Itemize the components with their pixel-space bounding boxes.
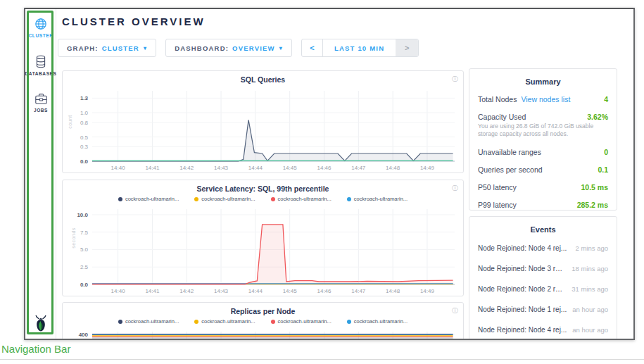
x-tick-label: 14:47 [351, 288, 366, 294]
sql-queries-plot[interactable]: 1.31.00.80.50.30.014:4014:4114:4214:4314… [63, 85, 463, 172]
summary-label: P50 latency [478, 183, 517, 192]
legend-dot-icon [347, 197, 351, 201]
summary-label: Total Nodes [478, 95, 517, 103]
graph-dropdown-value: CLUSTER [102, 44, 139, 52]
globe-icon [34, 18, 47, 30]
x-tick-label: 14:44 [248, 288, 263, 294]
summary-panel: Summary Total Nodes View nodes list 4 Ca… [469, 68, 617, 211]
replicas-plot[interactable]: 40014:4014:4114:4214:4314:4414:4514:4614… [63, 326, 463, 340]
legend-item[interactable]: cockroach-ultramarin... [347, 196, 408, 202]
legend-label: cockroach-ultramarin... [354, 196, 408, 202]
y-tick-label: 7.5 [80, 230, 89, 236]
legend-item[interactable]: cockroach-ultramarin... [271, 318, 332, 325]
x-tick-label: 14:47 [351, 165, 366, 171]
chevron-down-icon: ▾ [279, 45, 283, 51]
legend-item[interactable]: cockroach-ultramarin... [194, 196, 255, 202]
event-time: an hour ago [567, 326, 608, 334]
event-time: 31 mins ago [566, 285, 608, 293]
sidebar-item-label: DATABASES [25, 71, 57, 76]
legend-dot-icon [118, 197, 122, 201]
sidebar-item-cluster[interactable]: CLUSTER [25, 18, 56, 38]
summary-label: Queries per second [478, 165, 543, 174]
summary-row-p50: P50 latency 10.5 ms [469, 178, 617, 196]
summary-row-p99: P99 latency 285.2 ms [469, 196, 617, 211]
capacity-note: You are using 26.8 GiB of 742.0 GiB usab… [469, 123, 617, 144]
service-latency-plot[interactable]: 10.07.55.02.50.014:4014:4114:4214:4314:4… [63, 203, 463, 296]
y-tick-label: 1.0 [80, 110, 89, 116]
legend-label: cockroach-ultramarin... [278, 196, 332, 202]
node-4-area [92, 337, 453, 340]
x-tick-label: 14:49 [420, 165, 435, 171]
event-row: Node Rejoined: Node 1 rej... an hour ago [469, 299, 617, 320]
y-tick-label: 10.0 [77, 212, 88, 218]
x-tick-label: 14:44 [248, 165, 263, 171]
sidebar-item-label: JOBS [34, 108, 48, 113]
bottom-divider [0, 359, 644, 360]
event-text: Node Rejoined: Node 4 rej... [478, 326, 567, 334]
legend-item[interactable]: cockroach-ultramarin... [347, 318, 408, 325]
summary-value: 0.1 [598, 165, 608, 174]
time-range-label[interactable]: LAST 10 MIN [323, 39, 396, 56]
info-icon[interactable]: ⓘ [452, 306, 458, 315]
legend-item[interactable]: cockroach-ultramarin... [271, 196, 332, 202]
event-time: 2 mins ago [570, 244, 608, 252]
legend-label: cockroach-ultramarin... [201, 318, 255, 325]
summary-label: Capacity Used [478, 113, 526, 121]
event-text: Node Rejoined: Node 3 rej... [478, 265, 566, 272]
legend-label: cockroach-ultramarin... [354, 318, 408, 325]
legend-dot-icon [271, 320, 275, 324]
x-tick-label: 14:40 [111, 165, 126, 171]
legend-label: cockroach-ultramarin... [201, 196, 255, 202]
event-row: Node Rejoined: Node 4 rej... an hour ago [469, 320, 617, 340]
y-axis-label: seconds [71, 227, 76, 249]
chevron-down-icon: ▾ [144, 45, 147, 51]
legend-item[interactable]: cockroach-ultramarin... [194, 318, 255, 325]
sidebar-item-label: CLUSTER [29, 33, 53, 38]
cockroachdb-logo[interactable] [25, 315, 56, 333]
info-icon[interactable]: ⓘ [452, 184, 458, 193]
time-next-button[interactable]: > [396, 39, 418, 56]
time-prev-button[interactable]: < [302, 39, 323, 56]
info-icon[interactable]: ⓘ [452, 75, 458, 84]
event-text: Node Rejoined: Node 4 rej... [478, 244, 567, 252]
y-tick-label: 0.3 [80, 144, 89, 150]
annotated-screenshot: CLUSTER DATABASES [0, 0, 644, 364]
chart-sql-queries: SQL Queries ⓘ count 1.31.00.80.50.30.014… [62, 70, 464, 173]
dashboard-dropdown[interactable]: DASHBOARD: OVERVIEW ▾ [165, 39, 292, 57]
legend-item[interactable]: cockroach-ultramarin... [118, 318, 179, 325]
view-nodes-link[interactable]: View nodes list [521, 95, 570, 103]
event-row: Node Rejoined: Node 2 rej... 31 mins ago [469, 279, 617, 299]
legend-label: cockroach-ultramarin... [125, 318, 179, 325]
graph-dropdown[interactable]: GRAPH: CLUSTER ▾ [58, 39, 156, 57]
summary-row-total-nodes: Total Nodes View nodes list 4 [469, 90, 617, 108]
dashboard-dropdown-label: DASHBOARD: [175, 44, 229, 52]
summary-value: 285.2 ms [577, 201, 608, 209]
event-row: Node Rejoined: Node 3 rej... 18 mins ago [469, 258, 617, 279]
event-time: an hour ago [567, 306, 608, 313]
summary-value: 4 [604, 95, 608, 103]
x-tick-label: 14:48 [386, 165, 400, 171]
y-axis-label: count [68, 115, 72, 129]
summary-label: Unavailable ranges [478, 148, 541, 156]
x-tick-label: 14:42 [179, 288, 194, 294]
dashboard-dropdown-value: OVERVIEW [232, 44, 275, 52]
sidebar-item-databases[interactable]: DATABASES [25, 55, 56, 76]
summary-row-capacity: Capacity Used 3.62% [469, 108, 617, 123]
dashboard-controls: GRAPH: CLUSTER ▾ DASHBOARD: OVERVIEW ▾ <… [58, 39, 419, 57]
x-tick-label: 14:45 [283, 288, 298, 294]
chart-legend: cockroach-ultramarin...cockroach-ultrama… [63, 194, 463, 203]
sidebar-item-jobs[interactable]: JOBS [25, 93, 56, 113]
y-tick-label: 0.0 [80, 282, 89, 288]
y-tick-label: 0.5 [80, 134, 89, 141]
event-time: 18 mins ago [566, 265, 608, 272]
y-tick-label: 1.3 [80, 95, 89, 101]
legend-dot-icon [194, 197, 198, 201]
app-window: CLUSTER DATABASES [24, 8, 635, 340]
summary-value: 0 [604, 148, 608, 156]
summary-value: 3.62% [587, 113, 608, 121]
event-row: Node Rejoined: Node 4 rej... 2 mins ago [469, 238, 617, 258]
legend-item[interactable]: cockroach-ultramarin... [118, 196, 179, 202]
summary-row-qps: Queries per second 0.1 [469, 161, 617, 178]
node-3-area [92, 225, 453, 284]
x-tick-label: 14:45 [283, 165, 298, 171]
